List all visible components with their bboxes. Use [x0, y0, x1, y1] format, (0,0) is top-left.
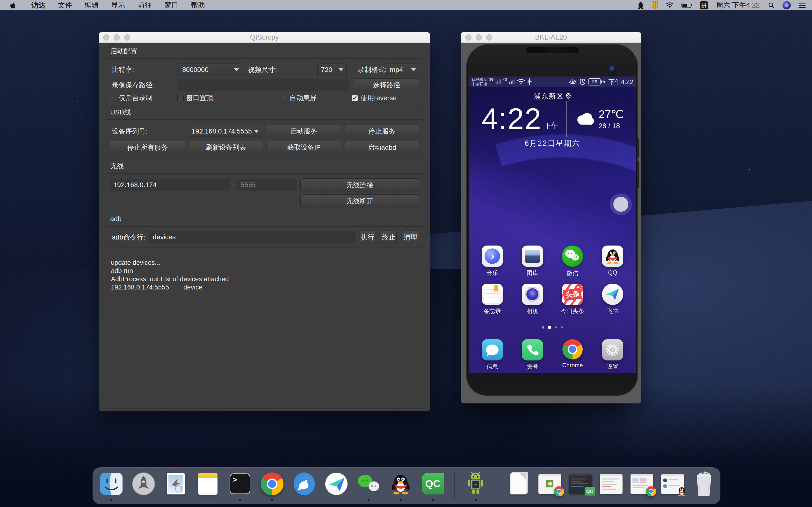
- start-service-button[interactable]: 启动服务: [266, 125, 341, 138]
- dock-feishu[interactable]: [324, 472, 349, 496]
- adb-kill-button[interactable]: 终止: [381, 231, 397, 244]
- video-size-combobox[interactable]: 720: [317, 63, 347, 76]
- dock-trash[interactable]: [692, 472, 716, 496]
- adb-groupbox: adb命令行: 执行 终止 清理: [105, 226, 424, 247]
- app-chrome[interactable]: Chrome: [554, 339, 591, 371]
- network-3g-label: 3G: [489, 77, 494, 81]
- dock-seal-app[interactable]: [292, 472, 316, 496]
- log-line: AdbProcess::out:List of devices attached: [111, 275, 418, 283]
- adb-run-button[interactable]: 执行: [360, 231, 375, 244]
- memo-icon: [484, 286, 500, 303]
- spotlight-icon[interactable]: [768, 2, 775, 9]
- app-camera[interactable]: 相机: [514, 284, 551, 315]
- serial-combobox[interactable]: 192.168.0.174:5555: [188, 125, 262, 138]
- serial-label: 设备序列号:: [112, 125, 148, 138]
- running-indicator: [400, 499, 402, 501]
- wifi-icon[interactable]: [666, 2, 674, 8]
- qq-status-icon[interactable]: [638, 1, 644, 9]
- wireless-disconnect-button[interactable]: 无线断开: [300, 194, 419, 208]
- phone-screen[interactable]: 优酷移动 中国联通 3G 4G 38 下午4:22: [469, 76, 636, 373]
- checkbox-always-on-top[interactable]: 窗口置顶: [177, 94, 213, 102]
- checkbox-screen-off[interactable]: 自动息屏: [281, 94, 317, 102]
- stop-all-services-button[interactable]: 停止所有服务: [110, 141, 185, 154]
- wechat-icon: [357, 472, 380, 495]
- menu-window[interactable]: 窗口: [158, 0, 185, 10]
- clock-widget[interactable]: 4:22 下午 27℃ 28 / 18: [469, 101, 636, 137]
- dock-documents-stack[interactable]: [506, 472, 530, 496]
- bitrate-label: 比特率:: [112, 63, 134, 76]
- wireless-ip-input[interactable]: [110, 179, 230, 191]
- app-qq[interactable]: QQ: [595, 245, 631, 277]
- menu-finder[interactable]: 访达: [25, 0, 52, 10]
- minimized-window-chrome[interactable]: 坤: [539, 474, 561, 494]
- record-path-input[interactable]: [177, 79, 349, 91]
- minimized-window-qtscrcpy[interactable]: QC: [569, 474, 592, 494]
- app-settings[interactable]: 设置: [595, 339, 631, 371]
- dock-chrome[interactable]: [260, 472, 284, 496]
- dock-qtscrcpy[interactable]: QC: [421, 472, 445, 496]
- input-method-icon[interactable]: 拼: [700, 1, 708, 9]
- page-dot-special: [542, 326, 544, 329]
- menu-go[interactable]: 前往: [132, 0, 158, 10]
- app-label: 飞书: [607, 307, 618, 315]
- shield-icon[interactable]: [652, 1, 658, 9]
- minimized-window-webpage[interactable]: [600, 474, 622, 494]
- minimized-window-qq-chat[interactable]: [661, 474, 684, 494]
- start-adbd-button[interactable]: 启动adbd: [345, 141, 419, 154]
- siri-icon[interactable]: [782, 1, 791, 9]
- menubar-clock[interactable]: 周六 下午4:22: [716, 0, 760, 10]
- music-icon: ♪: [485, 248, 500, 264]
- menu-file[interactable]: 文件: [52, 0, 78, 10]
- app-label: 设置: [607, 363, 618, 371]
- dock-qq[interactable]: [389, 472, 413, 496]
- adb-command-input[interactable]: [149, 231, 355, 243]
- wireless-port-input[interactable]: [237, 179, 297, 191]
- adb-clear-button[interactable]: 清理: [402, 231, 419, 244]
- app-wechat[interactable]: 微信: [554, 245, 591, 277]
- app-label: 备忘录: [484, 307, 501, 315]
- app-feishu[interactable]: 飞书: [595, 284, 631, 315]
- app-music[interactable]: ♪ 音乐: [474, 245, 510, 277]
- dock-android-scrcpy[interactable]: [463, 472, 488, 496]
- app-gallery[interactable]: 图库: [514, 245, 551, 277]
- app-memo[interactable]: 备忘录: [474, 284, 510, 315]
- menu-help[interactable]: 帮助: [185, 0, 211, 10]
- star: [749, 169, 750, 170]
- wireless-connect-button[interactable]: 无线连接: [300, 178, 419, 192]
- battery-icon[interactable]: [681, 2, 692, 8]
- page-dot: [561, 326, 563, 328]
- choose-path-button[interactable]: 选择路径: [354, 78, 419, 92]
- dock-terminal[interactable]: >_: [228, 472, 252, 496]
- app-toutiao[interactable]: 头条 1 今日头条: [554, 284, 591, 315]
- record-format-combobox[interactable]: mp4: [386, 63, 419, 76]
- refresh-device-list-button[interactable]: 刷新设备列表: [189, 141, 263, 154]
- dock-notes[interactable]: [196, 472, 220, 496]
- window-title: BKL-AL20: [461, 33, 641, 41]
- assistive-ball[interactable]: [613, 197, 628, 212]
- dock-wechat[interactable]: [356, 472, 380, 496]
- app-label: 信息: [487, 363, 498, 371]
- dock-launchpad[interactable]: [132, 472, 156, 496]
- qq-badge-icon: [677, 486, 687, 496]
- app-messages[interactable]: 信息: [474, 339, 510, 371]
- minimized-window-webpage-chrome[interactable]: [630, 474, 653, 494]
- dock-mail[interactable]: [164, 472, 188, 496]
- notification-center-icon[interactable]: [799, 2, 806, 8]
- app-dialer[interactable]: 拨号: [514, 339, 551, 371]
- qtscrcpy-titlebar[interactable]: QtScrcpy: [99, 32, 430, 43]
- weather-widget[interactable]: 27℃ 28 / 18: [574, 108, 623, 130]
- menu-view[interactable]: 显示: [105, 0, 132, 10]
- dock-finder[interactable]: [99, 472, 123, 496]
- adb-log-output[interactable]: update devices... adb run AdbProcess::ou…: [105, 254, 424, 409]
- stop-service-button[interactable]: 停止服务: [345, 125, 419, 138]
- get-device-ip-button[interactable]: 获取设备IP: [266, 141, 341, 154]
- apple-menu-icon[interactable]: [10, 2, 16, 9]
- menu-edit[interactable]: 编辑: [78, 0, 105, 10]
- trash-full-icon: [693, 471, 715, 496]
- location-row[interactable]: 浦东新区: [469, 92, 636, 101]
- phone-titlebar[interactable]: BKL-AL20: [461, 32, 641, 43]
- checkbox-use-reverse[interactable]: ✓ 使用reverse: [352, 94, 397, 102]
- power-button: [637, 161, 639, 188]
- bitrate-combobox[interactable]: 8000000: [179, 63, 242, 76]
- checkbox-background-record[interactable]: 仅后台录制: [110, 94, 152, 102]
